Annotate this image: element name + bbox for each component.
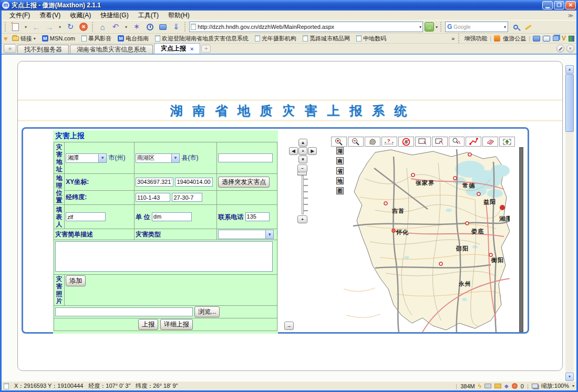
favorites-star-icon[interactable]: ★ (4, 44, 16, 53)
apps-grid-icon[interactable] (569, 36, 574, 42)
expand-panel-button[interactable]: → (284, 322, 294, 330)
zoom-dropdown-icon[interactable]: ▾ (572, 384, 574, 388)
bookmarks-overflow-icon[interactable]: » (451, 35, 455, 42)
address-detail-input[interactable] (218, 153, 273, 162)
bookmark-links-folder[interactable]: 链接 ▾ (10, 35, 38, 43)
bookmark-msn[interactable]: M MSN.com (40, 35, 77, 42)
zoom-slider-thumb[interactable] (297, 172, 307, 176)
windows-overlap-icon[interactable] (532, 384, 538, 388)
v-plugin-icon[interactable]: V (562, 35, 566, 42)
scroll-thumb[interactable] (565, 74, 574, 132)
filler-name-input[interactable] (66, 212, 106, 221)
detail-report-button[interactable]: 详细上报 (160, 319, 193, 330)
maxthon-charity-icon[interactable] (494, 35, 500, 42)
latitude-input[interactable] (172, 193, 202, 202)
undo-icon[interactable]: ↶ (110, 22, 121, 32)
unit-input[interactable] (152, 212, 192, 221)
home-icon[interactable]: ⌂ (97, 22, 108, 32)
pan-hand-icon[interactable] (365, 137, 380, 147)
bookmark-hunan-geo-system[interactable]: 欢迎登陆湖南省地质灾害信息系统 (153, 35, 251, 43)
go-dropdown-icon[interactable]: ▾ (436, 25, 438, 29)
url-input[interactable] (198, 24, 418, 30)
zoom-slider-track[interactable] (302, 176, 304, 214)
menu-help[interactable]: 帮助(H) (163, 11, 194, 20)
undo-dropdown-icon[interactable]: ▾ (123, 22, 129, 32)
add-photo-button[interactable]: 添加 (66, 275, 86, 286)
menu-groups[interactable]: 快捷组(G) (96, 11, 133, 20)
scroll-up-icon[interactable]: ▲ (565, 65, 574, 74)
close-button[interactable]: ✕ (565, 1, 576, 9)
menu-file[interactable]: 文件(F) (5, 11, 35, 20)
y-coordinate-input[interactable] (175, 178, 213, 187)
history-dropdown-icon[interactable]: ▾ (57, 22, 63, 32)
popup-blocker-icon[interactable] (512, 383, 518, 389)
new-tab-button[interactable]: + (201, 45, 211, 53)
full-extent-icon[interactable] (499, 137, 515, 147)
tab-server-not-found[interactable]: 找不到服务器 (17, 45, 69, 54)
plugin-icon[interactable]: ◆ (504, 383, 509, 389)
map-scrollbar[interactable] (519, 147, 523, 332)
zoom-in-icon[interactable] (331, 137, 347, 147)
longitude-input[interactable] (136, 193, 170, 202)
menu-tools[interactable]: 工具(T) (133, 11, 163, 20)
favorites-heart-icon[interactable]: ♥ (4, 35, 8, 43)
magic-wand-icon[interactable]: ✶ (131, 22, 142, 32)
url-dropdown-icon[interactable]: ▾ (419, 25, 421, 29)
zoom-out-step-button[interactable]: − (297, 164, 307, 172)
deselect-rectangle-icon[interactable] (432, 137, 448, 147)
scroll-down-icon[interactable]: ▼ (565, 373, 574, 381)
menu-overflow-icon[interactable]: ≫ (568, 13, 573, 18)
select-by-rectangle-icon[interactable] (415, 137, 431, 147)
pick-disaster-point-button[interactable]: 选择突发灾害点 (218, 177, 270, 188)
x-coordinate-input[interactable] (136, 178, 173, 187)
new-page-icon[interactable] (9, 22, 21, 32)
eraser-icon[interactable] (482, 137, 498, 147)
measure-distance-icon[interactable]: ? (381, 137, 397, 147)
zoom-level[interactable]: 缩放:100% (541, 382, 569, 390)
pan-right-icon[interactable]: ▶ (308, 147, 317, 155)
window-panel-icon[interactable] (543, 36, 550, 42)
user-panel-icon[interactable] (533, 36, 540, 42)
browser-scrollbar[interactable]: ▲ ▼ (565, 65, 574, 381)
phone-input[interactable] (245, 212, 270, 221)
submit-button[interactable]: 上报 (138, 319, 158, 330)
pan-down-icon[interactable]: ▼ (298, 156, 307, 163)
menu-favorites[interactable]: 收藏(A) (65, 11, 96, 20)
search-box[interactable]: G Google ▾ (445, 22, 508, 32)
disaster-type-select[interactable]: ▼ (218, 230, 274, 239)
notes-icon[interactable] (553, 36, 559, 41)
clear-selection-icon[interactable]: S (398, 137, 414, 147)
restore-button[interactable]: ❐ (554, 1, 564, 9)
pan-up-icon[interactable]: ▲ (298, 139, 307, 147)
closed-tabs-icon[interactable]: × (566, 45, 574, 53)
search-icon[interactable] (510, 22, 521, 32)
bookmark-storm-player[interactable]: 暴风影音 (79, 35, 113, 43)
highlight-pen-icon[interactable] (523, 22, 534, 32)
tab-disaster-report[interactable]: 灾点上报 × (154, 43, 200, 54)
city-select[interactable]: 湘潭▼ (66, 153, 107, 163)
zoom-in-step-button[interactable]: + (297, 215, 307, 223)
draw-point-icon[interactable] (466, 137, 481, 147)
bookmark-city-boutique[interactable]: 觅路城市精品网 (301, 35, 352, 43)
photo-file-input[interactable] (55, 307, 193, 316)
refresh-icon[interactable]: ↻ (65, 22, 76, 32)
history-clock-icon[interactable] (144, 22, 156, 32)
new-page-dropdown-icon[interactable]: ▾ (23, 22, 29, 32)
description-textarea[interactable] (55, 241, 273, 272)
county-select[interactable]: 雨湖区▼ (136, 153, 180, 163)
go-icon[interactable]: → (425, 22, 434, 32)
bookmark-photo-studio[interactable]: 光年摄影机构 (253, 35, 298, 43)
new-window-icon[interactable] (157, 22, 169, 32)
tab-close-icon[interactable]: × (190, 46, 193, 52)
bookmark-zhongdi-digital[interactable]: 中地数码 (354, 35, 388, 43)
tab-settings-icon[interactable] (556, 45, 564, 53)
tab-hunan-geo-info[interactable]: 湖南省地质灾害信息系统 (70, 45, 153, 54)
zoom-to-selection-icon[interactable] (449, 137, 465, 147)
forward-icon[interactable]: → (44, 22, 55, 32)
minimize-button[interactable]: ▁ (542, 1, 553, 9)
pan-left-icon[interactable]: ◀ (289, 147, 298, 155)
bookmark-radio-guide[interactable]: M 电台指南 (116, 35, 151, 43)
zoom-out-icon[interactable] (348, 137, 364, 147)
back-icon[interactable]: ← (30, 22, 42, 32)
search-dropdown-icon[interactable]: ▾ (504, 25, 506, 29)
